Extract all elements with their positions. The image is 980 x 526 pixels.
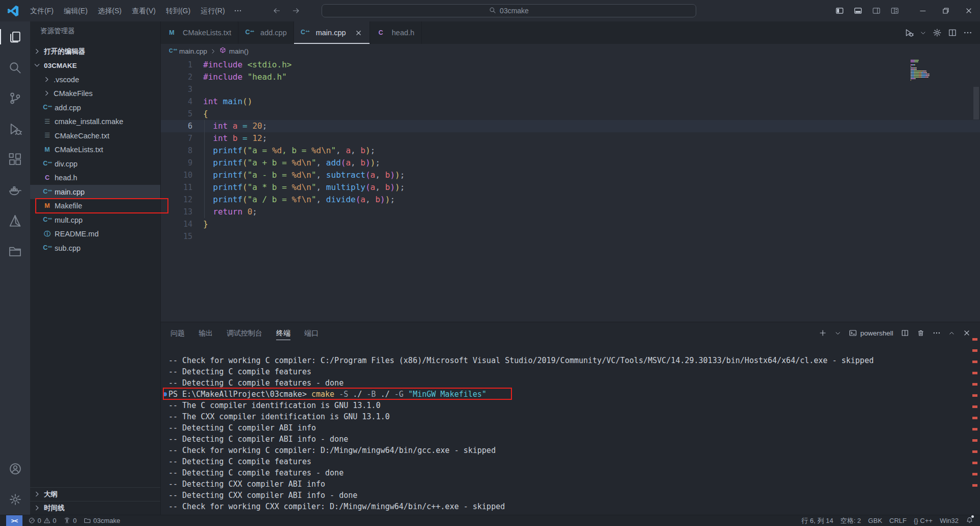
tree-item-cmakelists-txt[interactable]: MCMakeLists.txt [30, 143, 160, 157]
menu-v[interactable]: 查看(V) [127, 4, 161, 18]
status-language-mode[interactable]: {} C++ [910, 515, 936, 526]
tree-item-mult-cpp[interactable]: C++mult.cpp [30, 213, 160, 227]
tree-item-sub-cpp[interactable]: C++sub.cpp [30, 241, 160, 255]
close-window-button[interactable] [957, 0, 980, 21]
run-or-debug-button[interactable] [903, 26, 915, 39]
tree-section-expanded[interactable]: 03CMAKE [30, 59, 160, 73]
new-terminal-button[interactable] [819, 329, 827, 337]
tree-item-div-cpp[interactable]: C++div.cpp [30, 157, 160, 171]
kill-terminal-button[interactable] [917, 329, 925, 337]
go-back-button[interactable] [269, 3, 284, 18]
launch-profile-dropdown-button[interactable] [835, 330, 841, 337]
toggle-panel-button[interactable] [850, 3, 866, 18]
activity-run-and-debug[interactable] [0, 113, 30, 144]
code-line-2[interactable]: 2#include "head.h" [161, 71, 980, 83]
more-actions-button[interactable] [962, 26, 974, 39]
status-notifications[interactable] [962, 515, 977, 526]
sidebar-section-大纲[interactable]: 大纲 [30, 487, 160, 501]
command-center-search[interactable]: 03cmake [322, 4, 696, 17]
activity-cmake-tools[interactable] [0, 205, 30, 236]
code-line-15[interactable]: 15 [161, 230, 980, 243]
panel-tab-调试控制台[interactable]: 调试控制台 [227, 322, 262, 344]
panel-tab-终端[interactable]: 终端 [276, 322, 290, 344]
command-decoration-icon[interactable] [163, 392, 167, 396]
status-eol-sequence[interactable]: CRLF [886, 515, 910, 526]
code-line-11[interactable]: 11 printf("a * b = %d\n", multiply(a, b)… [161, 181, 980, 194]
split-terminal-button[interactable] [901, 329, 909, 337]
restore-button[interactable] [934, 0, 957, 21]
activity-remote-explorer[interactable] [0, 236, 30, 267]
status-problems[interactable]: 00 [24, 515, 60, 526]
tree-item-cmakecache-txt[interactable]: ☰CMakeCache.txt [30, 129, 160, 143]
tab-head-h[interactable]: Chead.h [370, 21, 422, 44]
panel-tab-问题[interactable]: 问题 [170, 322, 185, 344]
activity-accounts[interactable] [0, 453, 30, 484]
tab-main-cpp[interactable]: C++main.cpp [294, 21, 370, 44]
activity-source-control[interactable] [0, 83, 30, 113]
panel-tab-输出[interactable]: 输出 [199, 322, 213, 344]
run-dropdown-button[interactable] [918, 26, 928, 39]
code-line-6[interactable]: 6 int a = 20; [161, 120, 980, 132]
go-forward-button[interactable] [288, 3, 304, 18]
activity-manage[interactable] [0, 484, 30, 515]
tree-item-add-cpp[interactable]: C++add.cpp [30, 101, 160, 115]
status-platform[interactable]: Win32 [936, 515, 962, 526]
editor-settings-button[interactable] [931, 26, 943, 39]
tab-add-cpp[interactable]: C++add.cpp [238, 21, 294, 44]
activity-docker[interactable] [0, 175, 30, 205]
menu-f[interactable]: 文件(F) [25, 4, 59, 18]
tree-section-collapsed[interactable]: 打开的编辑器 [30, 44, 160, 59]
maximize-panel-button[interactable] [948, 330, 955, 337]
code-line-5[interactable]: 5{ [161, 108, 980, 120]
tab-cmakelists-txt[interactable]: MCMakeLists.txt [161, 21, 238, 44]
code-line-3[interactable]: 3 [161, 83, 980, 95]
status-indentation[interactable]: 空格: 2 [837, 515, 864, 526]
code-line-8[interactable]: 8 printf("a = %d, b = %d\n", a, b); [161, 145, 980, 157]
sidebar-section-时间线[interactable]: 时间线 [30, 501, 160, 515]
tree-item--vscode[interactable]: .vscode [30, 73, 160, 87]
terminal-more-actions-button[interactable] [933, 329, 941, 337]
status-forwarded-ports[interactable]: 0 [60, 515, 80, 526]
tree-item-makefile[interactable]: MMakefile [30, 199, 160, 213]
menu-g[interactable]: 转到(G) [161, 4, 195, 18]
toggle-primary-sidebar-button[interactable] [832, 3, 847, 18]
code-line-10[interactable]: 10 printf("a - b = %d\n", subtract(a, b)… [161, 169, 980, 181]
tree-item-readme-md[interactable]: ⓘREADME.md [30, 227, 160, 242]
tree-item-cmakefiles[interactable]: CMakeFiles [30, 87, 160, 101]
remote-indicator-button[interactable]: >< [6, 515, 22, 526]
activity-explorer[interactable] [0, 21, 30, 52]
code-line-12[interactable]: 12 printf("a / b = %f\n", divide(a, b)); [161, 194, 980, 206]
code-line-1[interactable]: 1#include <stdio.h> [161, 59, 980, 71]
tree-item-cmake-install-cmake[interactable]: ☰cmake_install.cmake [30, 115, 160, 129]
menu-more-button[interactable] [230, 4, 246, 18]
tab-close-icon[interactable] [354, 29, 363, 37]
code-line-13[interactable]: 13 return 0; [161, 206, 980, 218]
code-line-7[interactable]: 7 int b = 12; [161, 132, 980, 145]
status-project-manager[interactable]: 03cmake [80, 515, 124, 526]
menu-e[interactable]: 编辑(E) [59, 4, 93, 18]
code-line-14[interactable]: 14} [161, 218, 980, 230]
code-line-4[interactable]: 4int main() [161, 95, 980, 108]
tree-item-head-h[interactable]: Chead.h [30, 171, 160, 185]
breadcrumb[interactable]: C++main.cppmain() [161, 44, 980, 58]
panel-tab-端口[interactable]: 端口 [304, 322, 318, 344]
status-encoding[interactable]: GBK [865, 515, 886, 526]
menu-s[interactable]: 选择(S) [93, 4, 127, 18]
tree-item-main-cpp[interactable]: C++main.cpp [30, 185, 160, 199]
minimize-button[interactable] [911, 0, 934, 21]
close-panel-button[interactable] [963, 329, 971, 337]
customize-layout-button[interactable] [887, 3, 902, 18]
code-line-9[interactable]: 9 printf("a + b = %d\n", add(a, b)); [161, 157, 980, 169]
menu-r[interactable]: 运行(R) [195, 4, 230, 18]
minimap[interactable] [911, 60, 935, 83]
editor-scrollbar[interactable] [973, 87, 979, 119]
terminal-shell-button[interactable]: powershell [849, 329, 893, 337]
sidebar-more-actions-button[interactable] [142, 26, 153, 37]
terminal-output[interactable]: -- Check for working C compiler: C:/Prog… [161, 344, 980, 512]
activity-search[interactable] [0, 52, 30, 83]
split-editor-button[interactable] [946, 26, 959, 39]
toggle-secondary-sidebar-button[interactable] [869, 3, 884, 18]
code-editor[interactable]: 1#include <stdio.h>2#include "head.h"34i… [161, 58, 980, 322]
activity-extensions[interactable] [0, 144, 30, 175]
status-cursor-position[interactable]: 行 6, 列 14 [798, 515, 837, 526]
